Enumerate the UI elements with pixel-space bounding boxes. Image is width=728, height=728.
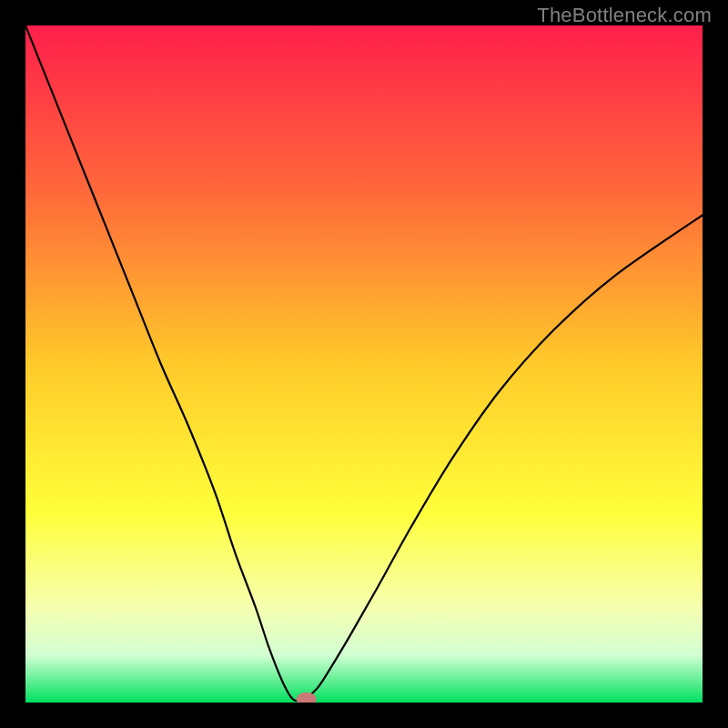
gradient-background	[25, 25, 703, 703]
plot-area	[25, 25, 703, 703]
chart-svg	[25, 25, 703, 703]
chart-container: TheBottleneck.com	[0, 0, 728, 728]
watermark-text: TheBottleneck.com	[537, 4, 712, 27]
